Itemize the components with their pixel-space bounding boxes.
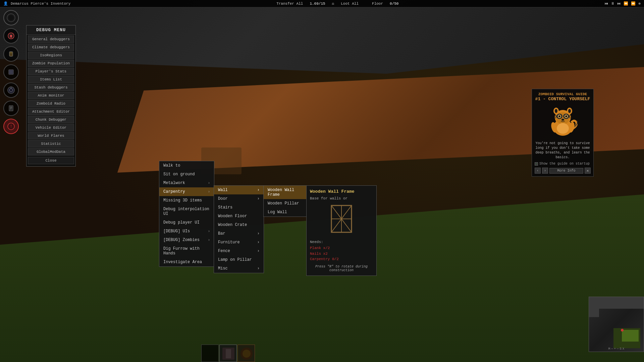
- media-icon-4[interactable]: ⏪: [624, 1, 628, 6]
- hud-icon-1[interactable]: [3, 10, 19, 25]
- tooltip-card: Wooden Wall Frame Base for walls or Need…: [306, 185, 377, 276]
- ctx-debug-zombies-arrow: ›: [208, 238, 210, 242]
- debug-btn-vehicle[interactable]: Vehicle Editor: [28, 124, 74, 131]
- guide-checkbox[interactable]: ✓: [535, 162, 538, 166]
- hud-icon-5[interactable]: [3, 82, 19, 98]
- sub-misc[interactable]: Misc ›: [214, 264, 264, 273]
- ctx-debug-uis[interactable]: [DEBUG] UIs ›: [159, 227, 214, 236]
- map-controls: M — + — S X: [589, 347, 644, 351]
- wall-wooden-pillar[interactable]: Wooden Pillar: [264, 199, 307, 208]
- raccoon-icon: [546, 102, 580, 139]
- debug-btn-statistic[interactable]: Statistic: [28, 140, 74, 147]
- inventory-label[interactable]: Demarcus Pierce's Inventory: [11, 2, 70, 6]
- sub-wall[interactable]: Wall ›: [214, 186, 264, 194]
- media-icon-2[interactable]: ⏸: [611, 1, 614, 6]
- media-icon-1[interactable]: ⏮: [604, 1, 608, 6]
- svg-text:!: !: [10, 124, 12, 129]
- svg-rect-38: [226, 349, 231, 358]
- plus-icon[interactable]: ⊕: [638, 1, 641, 6]
- ctx-debug-player[interactable]: Debug player UI: [159, 218, 214, 227]
- debug-btn-zombie-pop[interactable]: Zombie Population: [28, 60, 74, 67]
- hotbar-slot-3[interactable]: [237, 345, 255, 362]
- sub-bar-arrow: ›: [257, 231, 260, 236]
- guide-close-btn[interactable]: ✕: [585, 168, 591, 174]
- hotbar-slot-2[interactable]: [219, 345, 237, 362]
- sub-door[interactable]: Door ›: [214, 194, 264, 203]
- debug-btn-radio[interactable]: Zomboid Radio: [28, 100, 74, 107]
- tooltip-req-1: Plank x/2: [310, 245, 373, 251]
- ctx-metalwork[interactable]: Metalwork ›: [159, 179, 214, 187]
- media-icon-3[interactable]: ⏭: [617, 1, 621, 6]
- map-ctrl-plus[interactable]: +: [614, 347, 616, 351]
- hud-icon-2[interactable]: [3, 28, 19, 44]
- svg-point-40: [243, 350, 251, 358]
- game-background: [0, 0, 644, 362]
- guide-next-btn[interactable]: ›: [542, 168, 548, 174]
- debug-btn-close[interactable]: Close: [28, 157, 74, 164]
- floor-value: 0/50: [390, 2, 398, 6]
- debug-btn-general[interactable]: General debuggers: [28, 36, 74, 43]
- mini-map[interactable]: M — + — S X: [589, 297, 644, 352]
- tooltip-image-area: [310, 204, 373, 237]
- debug-btn-climate[interactable]: Climate debuggers: [28, 44, 74, 51]
- svg-point-33: [561, 119, 564, 121]
- ctx-debug-interp[interactable]: Debug interpolation UI: [159, 205, 214, 218]
- sub-wooden-crate[interactable]: Wooden Crate: [214, 221, 264, 229]
- hud-left: !: [3, 10, 19, 134]
- debug-btn-anim[interactable]: Anim monitor: [28, 92, 74, 99]
- carpentry-submenu: Wall › Door › Stairs Wooden Floor Wooden…: [214, 185, 264, 273]
- debug-btn-attachment[interactable]: Attachment Editor: [28, 108, 74, 115]
- ctx-carpentry[interactable]: Carpentry ›: [159, 187, 214, 196]
- guide-title: ZOMBOID SURVIVAL GUIDE: [535, 92, 591, 97]
- media-icon-5[interactable]: ⏩: [631, 1, 636, 6]
- sub-furniture-arrow: ›: [257, 240, 260, 245]
- debug-btn-global-mod[interactable]: GlobalModData: [28, 148, 74, 156]
- transfer-btn[interactable]: Transfer All: [276, 2, 303, 6]
- wall-submenu: Wooden Wall Frame Wooden Pillar Log Wall: [263, 185, 307, 217]
- debug-btn-world-flares[interactable]: World Flares: [28, 132, 74, 139]
- hotbar-slot-1[interactable]: [201, 345, 219, 362]
- debug-btn-player-stats[interactable]: Player's Stats: [28, 68, 74, 75]
- weight-display: 1.69/15: [310, 2, 325, 6]
- hud-icon-6[interactable]: [3, 101, 19, 116]
- guide-prev-btn[interactable]: ‹: [535, 168, 541, 174]
- guide-buttons: ‹ › More Info ✕: [535, 168, 591, 174]
- hotbar: [201, 345, 255, 362]
- hud-icon-3[interactable]: [3, 46, 19, 62]
- hud-icon-4[interactable]: [3, 64, 19, 80]
- sub-fence[interactable]: Fence ›: [214, 247, 264, 255]
- map-ctrl-m[interactable]: M: [608, 347, 610, 351]
- top-bar-left: 👤 Demarcus Pierce's Inventory: [3, 1, 70, 6]
- sub-furniture[interactable]: Furniture ›: [214, 238, 264, 247]
- ctx-walk-to[interactable]: Walk to: [159, 161, 214, 170]
- top-bar: 👤 Demarcus Pierce's Inventory Transfer A…: [0, 0, 644, 7]
- wall-frame-icon: [328, 204, 355, 237]
- ctx-metalwork-arrow: ›: [208, 181, 210, 185]
- sub-fence-arrow: ›: [257, 249, 260, 253]
- tooltip-desc: Base for walls or: [310, 196, 373, 201]
- ctx-sit-ground[interactable]: Sit on ground: [159, 170, 214, 179]
- sub-misc-arrow: ›: [257, 266, 260, 271]
- loot-btn[interactable]: Loot All: [341, 2, 359, 6]
- sub-wooden-floor[interactable]: Wooden Floor: [214, 212, 264, 221]
- debug-btn-stash[interactable]: Stash debuggers: [28, 84, 74, 91]
- ctx-dig-furrow[interactable]: Dig Furrow with Hands: [159, 244, 214, 258]
- hud-icon-7[interactable]: !: [3, 119, 19, 134]
- ctx-debug-zombies[interactable]: [DEBUG] Zombies ›: [159, 236, 214, 244]
- map-ctrl-s[interactable]: S: [620, 347, 621, 351]
- sub-bar[interactable]: Bar ›: [214, 229, 264, 238]
- sub-lamp[interactable]: Lamp on Pillar: [214, 255, 264, 264]
- debug-btn-isoregions[interactable]: IsoRegions: [28, 52, 74, 59]
- ctx-investigate[interactable]: Investigate Area: [159, 258, 214, 266]
- debug-btn-items-list[interactable]: Items List: [28, 76, 74, 83]
- map-ctrl-x[interactable]: X: [623, 347, 624, 351]
- tooltip-req-3: Carpentry 0/2: [310, 256, 373, 262]
- ctx-missing-3d[interactable]: Missing 3D items: [159, 196, 214, 205]
- wall-wooden-frame[interactable]: Wooden Wall Frame: [264, 186, 307, 199]
- guide-more-btn[interactable]: More Info: [549, 168, 583, 174]
- debug-btn-chunk[interactable]: Chunk Debugger: [28, 116, 74, 123]
- road-area: [0, 0, 644, 74]
- top-bar-center: Transfer All 1.69/15 ⚖ Loot All Floor 0/…: [276, 1, 398, 6]
- wall-log-wall[interactable]: Log Wall: [264, 208, 307, 217]
- sub-stairs[interactable]: Stairs: [214, 203, 264, 212]
